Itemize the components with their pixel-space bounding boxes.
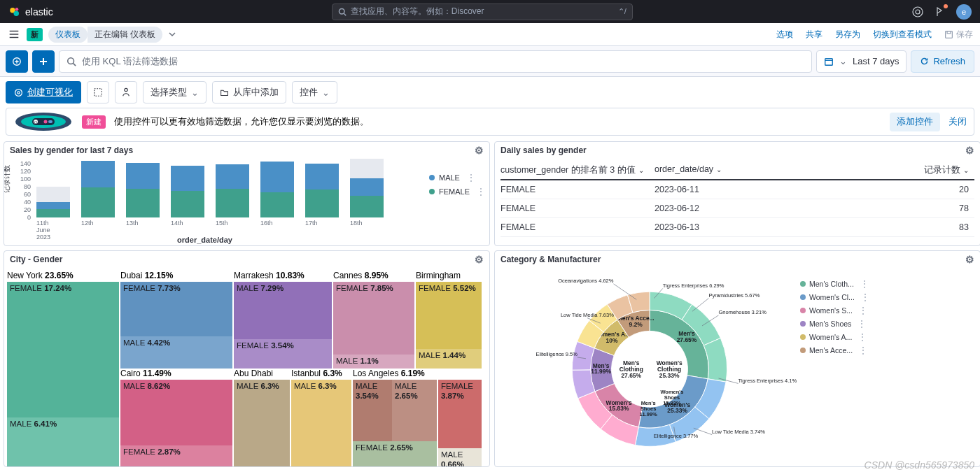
add-control-button[interactable]: 添加控件 xyxy=(890,113,940,131)
new-badge: 新 xyxy=(27,28,43,41)
refresh-button[interactable]: Refresh xyxy=(911,50,974,73)
svg-point-13 xyxy=(68,57,74,64)
search-icon xyxy=(338,8,346,16)
panel-daily-sales: Daily sales by gender⚙ customer_gender 的… xyxy=(494,141,980,246)
svg-text:Tigress Enterprises 6.29%: Tigress Enterprises 6.29% xyxy=(663,283,724,289)
svg-line-44 xyxy=(692,299,708,312)
svg-text:9.2%: 9.2% xyxy=(629,321,643,328)
crumb-dashboards[interactable]: 仪表板 xyxy=(48,27,88,43)
add-filter-button[interactable] xyxy=(32,50,55,73)
svg-text:Tigress Enterprises 4.1%: Tigress Enterprises 4.1% xyxy=(738,378,797,384)
svg-text:Elitelligence 3.77%: Elitelligence 3.77% xyxy=(654,433,699,439)
svg-point-5 xyxy=(913,7,923,17)
table-row[interactable]: FEMALE2023-06-1383 xyxy=(500,218,974,237)
svg-point-6 xyxy=(916,10,920,14)
table-col-gender[interactable]: customer_gender 的排名前 3 的值⌄ xyxy=(500,164,654,176)
query-bar: 使用 KQL 语法筛选数据 ⌄ Last 7 days Refresh xyxy=(0,46,980,77)
svg-text:27.65%: 27.65% xyxy=(621,372,641,379)
svg-text:Q: Q xyxy=(34,120,38,124)
svg-text:15.83%: 15.83% xyxy=(663,400,681,406)
global-search-placeholder: 查找应用、内容等。例如：Discover xyxy=(351,6,484,17)
svg-text:Oceanavigations 4.62%: Oceanavigations 4.62% xyxy=(558,278,614,284)
panel-title: Sales by gender for last 7 days xyxy=(10,145,133,155)
refresh-icon xyxy=(920,57,929,66)
panel-sales-by-gender: Sales by gender for last 7 days⚙ 记录计数 02… xyxy=(4,141,490,246)
crumb-editing: 正在编辑 仪表板 xyxy=(88,27,162,43)
user-avatar[interactable]: e xyxy=(956,4,972,20)
table-row[interactable]: FEMALE2023-06-1278 xyxy=(500,199,974,218)
svg-rect-19 xyxy=(94,89,102,96)
svg-rect-27 xyxy=(48,120,52,123)
svg-text:Low Tide Media 3.74%: Low Tide Media 3.74% xyxy=(712,429,765,435)
svg-point-26 xyxy=(44,120,48,124)
chevron-down-icon[interactable] xyxy=(168,30,176,38)
share-link[interactable]: 共享 xyxy=(806,29,822,41)
lens-icon xyxy=(14,88,23,97)
date-label: Last 7 days xyxy=(853,56,899,66)
kql-placeholder: 使用 KQL 语法筛选数据 xyxy=(82,55,178,68)
saveas-link[interactable]: 另存为 xyxy=(835,29,860,41)
brand-logo[interactable]: elastic xyxy=(8,6,53,18)
table-col-count[interactable]: 记录计数⌄ xyxy=(802,164,974,176)
svg-text:10%: 10% xyxy=(606,337,618,344)
bar-chart: 11thJune202312th13th14th15th16th17th18th xyxy=(32,160,405,217)
svg-text:11.99%: 11.99% xyxy=(639,411,657,417)
panel-title: Daily sales by gender xyxy=(500,145,587,155)
svg-text:25.33%: 25.33% xyxy=(659,372,680,379)
gear-icon[interactable]: ⚙ xyxy=(965,145,974,156)
svg-text:11.99%: 11.99% xyxy=(591,368,611,375)
bar-ylabel: 记录计数 xyxy=(4,165,12,193)
select-area-button[interactable] xyxy=(87,81,109,103)
watermark: CSDN @csdn565973850 xyxy=(864,459,974,471)
top-header: elastic 查找应用、内容等。例如：Discover ⌃/ e xyxy=(0,0,980,23)
svg-point-18 xyxy=(18,91,20,93)
options-link[interactable]: 选项 xyxy=(776,29,793,41)
gear-icon[interactable]: ⚙ xyxy=(475,254,484,265)
help-icon[interactable] xyxy=(911,6,924,18)
svg-point-2 xyxy=(15,8,19,11)
text-button[interactable] xyxy=(115,81,137,103)
select-type-button[interactable]: 选择类型 ⌄ xyxy=(143,81,206,103)
svg-point-17 xyxy=(15,89,22,96)
svg-line-14 xyxy=(74,63,76,66)
treemap-chart: New York 23.65%FEMALE 17.24%MALE 6.41%Du… xyxy=(7,271,486,464)
panel-title: Category & Manufacturer xyxy=(500,255,601,264)
gear-icon[interactable]: ⚙ xyxy=(475,145,484,156)
vis-toolbar: 创建可视化 选择类型 ⌄ 从库中添加 控件 ⌄ xyxy=(0,77,980,108)
menu-icon[interactable] xyxy=(7,28,21,41)
tip-badge: 新建 xyxy=(82,115,106,129)
svg-rect-15 xyxy=(825,58,833,65)
svg-text:27.65%: 27.65% xyxy=(677,336,697,343)
svg-line-4 xyxy=(344,13,346,15)
svg-point-1 xyxy=(14,10,20,16)
newsfeed-icon[interactable] xyxy=(934,6,946,18)
search-icon xyxy=(66,57,76,66)
svg-point-3 xyxy=(339,8,344,14)
controls-button[interactable]: 控件 ⌄ xyxy=(292,81,337,103)
search-kbd: ⌃/ xyxy=(618,7,626,16)
create-vis-button[interactable]: 创建可视化 xyxy=(6,81,81,103)
daily-sales-table: customer_gender 的排名前 3 的值⌄ order_date/da… xyxy=(500,162,974,237)
add-from-lib-button[interactable]: 从库中添加 xyxy=(212,81,286,103)
controls-tip-banner: Q 新建 使用控件可以更有效地筛选数据，允许您仅显示要浏览的数据。 添加控件 关… xyxy=(6,108,974,136)
svg-text:Pyramidustries 5.67%: Pyramidustries 5.67% xyxy=(708,292,760,299)
breadcrumb-bar: 新 仪表板 正在编辑 仪表板 选项 共享 另存为 切换到查看模式 保存 xyxy=(0,23,980,46)
table-col-date[interactable]: order_date/day⌄ xyxy=(654,164,802,176)
table-row[interactable]: FEMALE2023-06-1120 xyxy=(500,180,974,199)
gear-icon[interactable]: ⚙ xyxy=(965,254,974,265)
svg-text:Elitelligence 9.5%: Elitelligence 9.5% xyxy=(536,351,578,357)
pie-chart: Men's27.65%Women's25.33%Women's15.83%Men… xyxy=(499,272,800,462)
kql-input[interactable]: 使用 KQL 语法筛选数据 xyxy=(59,50,812,73)
close-tip-button[interactable]: 关闭 xyxy=(948,116,967,128)
svg-point-20 xyxy=(125,88,127,91)
bar-xlabel: order_date/day xyxy=(4,236,405,244)
svg-text:15.83%: 15.83% xyxy=(609,405,629,412)
pie-legend: Men's Cloth...⋮Women's Cl...⋮Women's S..… xyxy=(800,272,877,462)
switch-view-link[interactable]: 切换到查看模式 xyxy=(873,29,932,41)
save-disabled: 保存 xyxy=(944,29,973,41)
global-search[interactable]: 查找应用、内容等。例如：Discover ⌃/ xyxy=(332,3,633,20)
filter-menu-button[interactable] xyxy=(6,50,28,73)
svg-rect-10 xyxy=(946,31,953,38)
date-picker[interactable]: ⌄ Last 7 days xyxy=(816,50,907,73)
dashboard-grid: Sales by gender for last 7 days⚙ 记录计数 02… xyxy=(0,141,980,467)
